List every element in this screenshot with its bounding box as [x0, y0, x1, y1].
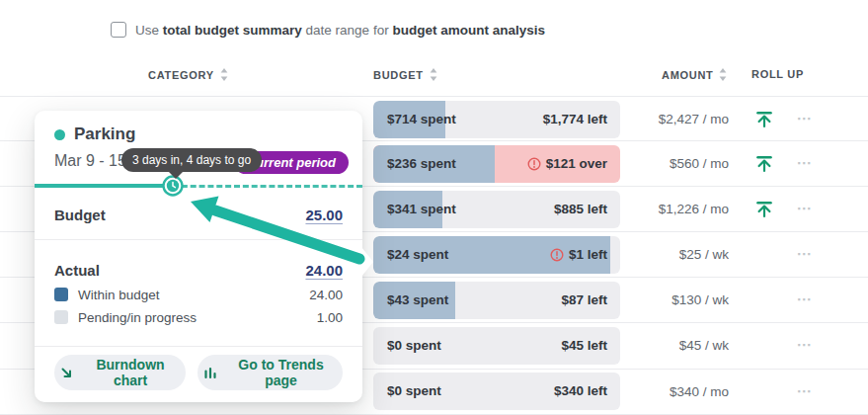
amount-cell: $1,226 / mo: [604, 187, 729, 232]
button-label: Burndown chart: [81, 357, 180, 388]
checkbox[interactable]: [111, 22, 126, 38]
amount-cell: $560 / mo: [604, 141, 729, 187]
within-budget-swatch: [54, 288, 68, 301]
row-menu-button[interactable]: ⋯: [787, 187, 823, 232]
category-detail-popover: Parking Mar 9 - 15 Current period 3 days…: [35, 111, 362, 402]
row-menu-button[interactable]: ⋯: [787, 278, 823, 323]
remaining-label: $1,774 left: [543, 101, 607, 138]
budget-bar[interactable]: $43 spent $87 left: [373, 282, 620, 319]
rollup-arrow-icon: [754, 110, 774, 129]
budget-analysis-screen: Use total budget summary date range for …: [0, 0, 868, 415]
rollup-header-label: ROLL UP: [751, 68, 804, 80]
actual-value-link[interactable]: 24.00: [305, 262, 343, 279]
category-title: Parking: [74, 124, 135, 144]
amount-header-label: AMOUNT: [662, 69, 713, 81]
row-menu-button[interactable]: ⋯: [787, 323, 823, 369]
checkbox-label: Use total budget summary date range for …: [135, 23, 545, 38]
sort-icon[interactable]: [719, 68, 727, 81]
row-menu-button[interactable]: ⋯: [787, 97, 823, 142]
spent-label: $43 spent: [387, 282, 448, 319]
column-header-rollup: ROLL UP: [751, 68, 804, 80]
amount-cell: $45 / wk: [604, 323, 729, 369]
spent-label: $24 spent: [387, 236, 448, 274]
actual-label: Actual: [54, 262, 100, 279]
divider: [35, 346, 362, 347]
rollup-button[interactable]: [750, 97, 778, 142]
budget-bar[interactable]: $24 spent $1 left: [373, 236, 620, 274]
remaining-label: $87 left: [561, 282, 607, 319]
budget-summary-checkbox-row[interactable]: Use total budget summary date range for …: [111, 22, 545, 38]
row-menu-button[interactable]: ⋯: [787, 232, 823, 278]
legend-label: Pending/in progress: [78, 310, 197, 325]
timeline-remaining-segment: [173, 185, 362, 188]
amount-cell: $25 / wk: [604, 232, 729, 278]
budget-bar[interactable]: $236 spent $121 over: [373, 145, 620, 183]
budget-bar[interactable]: $341 spent $885 left: [373, 191, 620, 228]
column-header-category[interactable]: CATEGORY: [148, 68, 228, 81]
remaining-label: $121 over: [527, 145, 607, 183]
popover-tail: [361, 247, 373, 277]
sort-icon[interactable]: [430, 68, 437, 81]
legend-label: Within budget: [78, 288, 160, 302]
spent-label: $0 spent: [387, 373, 441, 410]
budget-value-link[interactable]: 25.00: [305, 207, 343, 223]
budget-bar[interactable]: $0 spent $45 left: [373, 327, 620, 365]
rollup-arrow-icon: [754, 154, 774, 174]
timeline-elapsed-segment: [35, 184, 173, 188]
category-color-dot: [54, 129, 65, 140]
pending-swatch: [54, 310, 68, 324]
days-progress-tooltip: 3 days in, 4 days to go: [121, 148, 262, 172]
remaining-label: $340 left: [554, 373, 607, 410]
bar-chart-icon: [203, 367, 217, 379]
spent-label: $714 spent: [387, 101, 456, 138]
arrow-down-right-icon: [60, 367, 73, 379]
button-label: Go to Trends page: [225, 357, 337, 388]
budget-header-label: BUDGET: [373, 69, 424, 81]
remaining-label: $885 left: [554, 191, 607, 228]
popover-title-row: Parking: [54, 124, 135, 144]
remaining-label: $1 left: [550, 236, 607, 274]
amount-cell: $130 / wk: [604, 278, 729, 323]
burndown-chart-button[interactable]: Burndown chart: [54, 355, 186, 390]
go-to-trends-button[interactable]: Go to Trends page: [197, 355, 343, 390]
row-menu-button[interactable]: ⋯: [787, 370, 823, 415]
row-menu-button[interactable]: ⋯: [787, 141, 823, 187]
remaining-label: $45 left: [561, 327, 607, 365]
category-header-label: CATEGORY: [148, 69, 214, 81]
budget-label: Budget: [54, 207, 106, 223]
legend-value: 1.00: [317, 310, 343, 325]
spent-label: $341 spent: [387, 191, 456, 228]
spent-label: $236 spent: [387, 145, 456, 183]
divider: [35, 239, 362, 240]
column-header-budget[interactable]: BUDGET: [373, 68, 437, 81]
amount-cell: $340 / mo: [604, 370, 729, 415]
spent-label: $0 spent: [387, 327, 441, 365]
amount-cell: $2,427 / mo: [604, 97, 729, 142]
rollup-button[interactable]: [750, 187, 778, 232]
warning-icon: [550, 248, 564, 262]
period-date-range: Mar 9 - 15: [54, 152, 126, 170]
budget-bar[interactable]: $0 spent $340 left: [373, 373, 620, 410]
warning-icon: [527, 157, 541, 171]
legend-item-pending: Pending/in progress 1.00: [54, 307, 343, 327]
budget-bar[interactable]: $714 spent $1,774 left: [373, 101, 620, 138]
column-header-amount[interactable]: AMOUNT: [662, 68, 727, 81]
rollup-button[interactable]: [750, 141, 778, 187]
sort-icon[interactable]: [220, 68, 228, 81]
rollup-arrow-icon: [754, 200, 774, 219]
legend-value: 24.00: [309, 288, 343, 302]
legend-item-within-budget: Within budget 24.00: [54, 285, 343, 304]
